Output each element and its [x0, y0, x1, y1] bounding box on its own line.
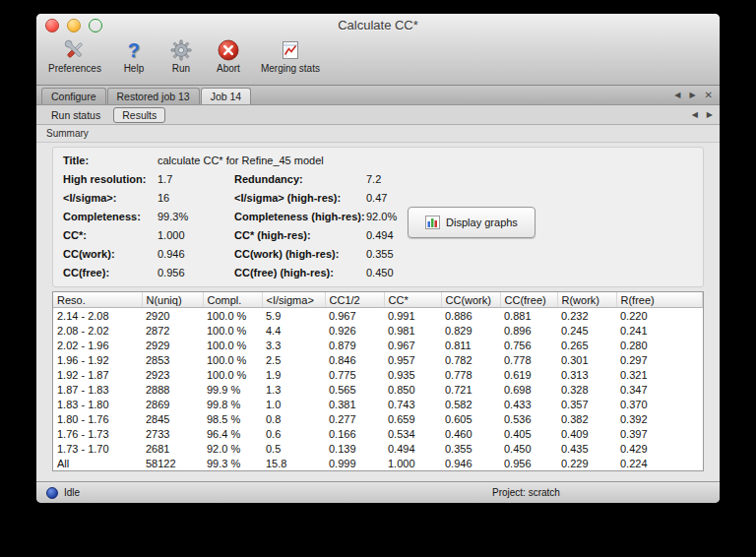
column-header-rfree[interactable]: R(free)	[616, 292, 703, 308]
table-row[interactable]: 2.14 - 2.082920100.0 %5.90.9670.9910.886…	[53, 308, 703, 324]
table-row[interactable]: 1.92 - 1.872923100.0 %1.90.7750.9350.778…	[53, 367, 703, 382]
table-row[interactable]: 1.83 - 1.80286999.8 %1.00.3810.7430.5820…	[53, 397, 703, 411]
table-cell: 0.328	[557, 382, 616, 397]
table-cell: 0.619	[500, 367, 557, 382]
table-cell: 2733	[142, 426, 203, 441]
preferences-button[interactable]: Preferences	[48, 37, 101, 74]
minimize-window-button[interactable]	[67, 19, 81, 32]
column-header-ccstar[interactable]: CC*	[384, 292, 441, 308]
table-cell: 1.87 - 1.83	[53, 382, 142, 397]
summary-value: 0.355	[366, 247, 693, 262]
table-cell: 92.0 %	[203, 441, 262, 456]
table-cell: 0.698	[500, 382, 557, 397]
project-label: Project: scratch	[492, 482, 560, 503]
status-bar: Idle Project: scratch	[36, 481, 720, 503]
table-cell: 2923	[142, 367, 203, 382]
toolbar-label: Preferences	[48, 63, 101, 74]
table-header-row: Reso. N(uniq) Compl. <I/sigma> CC1/2 CC*…	[53, 292, 703, 308]
column-header-ccfree[interactable]: CC(free)	[500, 292, 557, 308]
table-cell: 1.73 - 1.70	[53, 441, 142, 456]
table-cell: 0.721	[441, 382, 500, 397]
table-cell: 0.405	[500, 426, 557, 441]
table-cell: 96.4 %	[203, 426, 262, 441]
status-text: Idle	[64, 487, 80, 498]
tab-restored-job-13[interactable]: Restored job 13	[107, 88, 200, 104]
table-cell: 0.5	[262, 441, 325, 456]
tab-job-14[interactable]: Job 14	[201, 88, 252, 104]
column-header-i-sigma[interactable]: <I/sigma>	[262, 292, 325, 308]
table-cell: 0.229	[557, 456, 616, 470]
tab-run-status[interactable]: Run status	[42, 107, 109, 123]
table-cell: 0.392	[616, 411, 703, 426]
table-row[interactable]: 1.80 - 1.76284598.5 %0.80.2770.6590.6050…	[53, 411, 703, 426]
table-row[interactable]: 1.87 - 1.83288899.9 %1.30.5650.8500.7210…	[53, 382, 703, 397]
table-row[interactable]: 1.96 - 1.922853100.0 %2.50.8460.9570.782…	[53, 352, 703, 367]
status-indicator-icon	[46, 487, 58, 499]
app-window: Calculate CC* Preferences	[36, 14, 720, 503]
tab-close-icon[interactable]: ✕	[705, 90, 713, 100]
display-graphs-label: Display graphs	[446, 217, 518, 228]
table-cell: 0.782	[441, 352, 500, 367]
run-button[interactable]: Run	[166, 37, 196, 74]
merging-stats-button[interactable]: Merging stats	[261, 37, 320, 74]
table-cell: 1.0	[262, 397, 325, 411]
tab-scroll-right-icon[interactable]: ▶	[707, 110, 713, 119]
table-cell: 0.967	[325, 308, 384, 324]
tab-results[interactable]: Results	[113, 107, 165, 123]
column-header-cc12[interactable]: CC1/2	[325, 292, 384, 308]
summary-label: CC*:	[63, 228, 158, 243]
table-cell: 0.811	[441, 338, 500, 352]
results-table-container[interactable]: Reso. N(uniq) Compl. <I/sigma> CC1/2 CC*…	[52, 291, 704, 471]
table-cell: 0.301	[557, 352, 616, 367]
table-cell: 0.450	[500, 441, 557, 456]
summary-section-header: Summary	[36, 125, 720, 143]
table-cell: 0.265	[557, 338, 616, 352]
table-row[interactable]: 1.73 - 1.70268192.0 %0.50.1390.4940.3550…	[53, 441, 703, 456]
help-button[interactable]: ? Help	[119, 37, 149, 74]
table-cell: 98.5 %	[203, 411, 262, 426]
column-header-ccwork[interactable]: CC(work)	[441, 292, 500, 308]
table-cell: 100.0 %	[203, 338, 262, 352]
table-row[interactable]: 2.08 - 2.022872100.0 %4.40.9260.9810.829…	[53, 323, 703, 338]
result-tab-bar: Run status Results ◀ ▶	[36, 105, 720, 125]
table-cell: 0.935	[384, 367, 441, 382]
table-cell: 99.3 %	[203, 456, 262, 470]
display-graphs-button[interactable]: Display graphs	[408, 207, 536, 238]
summary-value: 16	[158, 191, 234, 206]
table-cell: 0.829	[441, 323, 500, 338]
table-cell: 0.991	[384, 308, 441, 324]
zoom-window-button[interactable]	[89, 19, 102, 32]
table-cell: 0.957	[384, 352, 441, 367]
table-row[interactable]: All5812299.3 %15.80.9991.0000.9460.9560.…	[53, 456, 703, 470]
table-cell: 0.6	[262, 426, 325, 441]
summary-label: CC(free) (high-res):	[234, 266, 366, 280]
table-cell: 0.778	[441, 367, 500, 382]
table-row[interactable]: 2.02 - 1.962929100.0 %3.30.8790.9670.811…	[53, 338, 703, 352]
table-row[interactable]: 1.76 - 1.73273396.4 %0.60.1660.5340.4600…	[53, 426, 703, 441]
toolbar: Preferences ? Help	[36, 35, 720, 85]
tab-configure[interactable]: Configure	[41, 88, 106, 104]
abort-button[interactable]: Abort	[214, 37, 243, 74]
column-header-nuniq[interactable]: N(uniq)	[142, 292, 203, 308]
table-cell: 2853	[142, 352, 203, 367]
table-cell: 2929	[142, 338, 203, 352]
table-cell: 0.409	[557, 426, 616, 441]
tab-scroll-right-icon[interactable]: ▶	[689, 91, 695, 99]
column-header-reso[interactable]: Reso.	[53, 292, 142, 308]
table-cell: 0.245	[557, 323, 616, 338]
table-cell: 0.775	[325, 367, 384, 382]
column-header-rwork[interactable]: R(work)	[557, 292, 616, 308]
toolbar-label: Help	[124, 63, 145, 74]
table-cell: 3.3	[262, 338, 325, 352]
results-table: Reso. N(uniq) Compl. <I/sigma> CC1/2 CC*…	[53, 292, 703, 470]
column-header-compl[interactable]: Compl.	[203, 292, 262, 308]
close-window-button[interactable]	[45, 19, 59, 32]
help-question-icon: ?	[121, 37, 147, 63]
table-cell: 1.92 - 1.87	[53, 367, 142, 382]
tab-scroll-left-icon[interactable]: ◀	[692, 110, 698, 119]
table-cell: 0.999	[325, 456, 384, 470]
table-cell: 0.846	[325, 352, 384, 367]
tab-scroll-left-icon[interactable]: ◀	[674, 91, 680, 99]
titlebar[interactable]: Calculate CC*	[36, 14, 720, 35]
table-cell: 0.756	[500, 338, 557, 352]
